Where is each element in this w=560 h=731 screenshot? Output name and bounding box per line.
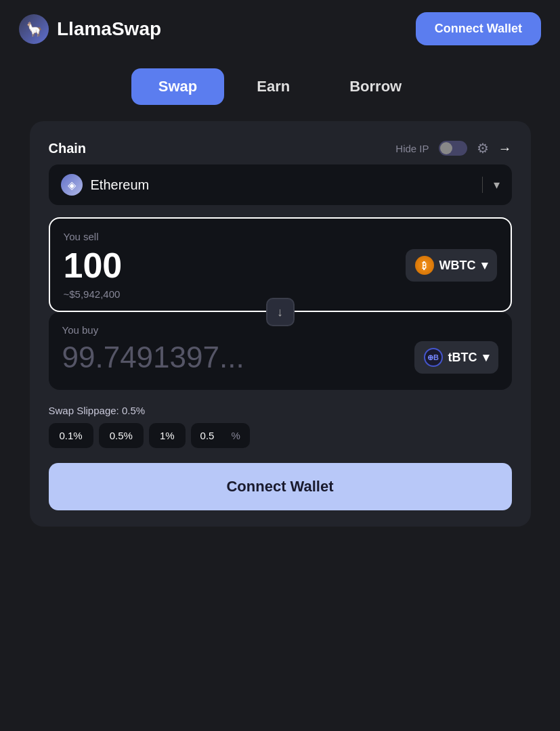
slippage-section: Swap Slippage: 0.5% 0.1% 0.5% 1% % <box>49 405 512 448</box>
buy-amount: 99.7491397... <box>62 342 244 372</box>
logo-text: LlamaSwap <box>57 18 161 40</box>
chain-selector-right: ▾ <box>482 177 500 193</box>
tab-borrow[interactable]: Borrow <box>322 68 429 105</box>
wbtc-icon: ₿ <box>415 256 434 275</box>
sell-token-name: WBTC <box>439 259 476 273</box>
chain-selector-left: ◈ Ethereum <box>61 174 150 196</box>
slippage-custom-input[interactable] <box>200 430 228 441</box>
chain-label: Chain <box>49 141 87 156</box>
sell-token-chevron-icon: ▾ <box>481 258 488 273</box>
buy-row: 99.7491397... ⊕B tBTC ▾ <box>62 341 498 374</box>
hide-ip-toggle[interactable] <box>439 141 467 156</box>
slippage-options: 0.1% 0.5% 1% % <box>49 423 512 448</box>
connect-wallet-header-button[interactable]: Connect Wallet <box>416 12 541 45</box>
logo-icon: 🦙 <box>19 14 49 44</box>
buy-token-name: tBTC <box>448 351 477 365</box>
chain-selector[interactable]: ◈ Ethereum ▾ <box>49 164 512 205</box>
gear-icon[interactable]: ⚙ <box>477 140 489 156</box>
slippage-pct-symbol: % <box>232 430 240 441</box>
sell-token-selector[interactable]: ₿ WBTC ▾ <box>406 249 497 282</box>
buy-token-chevron-icon: ▾ <box>483 350 489 365</box>
main-card: Chain Hide IP ⚙ → ◈ Ethereum ▾ You sell … <box>30 121 531 527</box>
slippage-option-0-1[interactable]: 0.1% <box>49 423 93 448</box>
ethereum-icon: ◈ <box>61 174 83 196</box>
chain-chevron-down-icon: ▾ <box>494 177 500 192</box>
buy-token-selector[interactable]: ⊕B tBTC ▾ <box>414 341 498 374</box>
arrow-right-icon[interactable]: → <box>498 141 512 156</box>
swap-direction-button[interactable]: ↓ <box>266 298 295 326</box>
tab-swap[interactable]: Swap <box>131 68 224 105</box>
sell-amount[interactable]: 100 <box>64 248 123 283</box>
nav-tabs: Swap Earn Borrow <box>131 68 429 105</box>
header: 🦙 LlamaSwap Connect Wallet <box>0 0 560 58</box>
slippage-label: Swap Slippage: 0.5% <box>49 405 512 416</box>
slippage-custom-input-group: % <box>191 423 250 448</box>
tbtc-icon: ⊕B <box>424 348 443 367</box>
chain-name: Ethereum <box>91 177 150 193</box>
sell-label: You sell <box>64 231 497 242</box>
logo-group: 🦙 LlamaSwap <box>19 14 161 44</box>
chain-header: Chain Hide IP ⚙ → <box>49 140 512 156</box>
connect-wallet-bottom-button[interactable]: Connect Wallet <box>49 463 512 510</box>
tab-earn[interactable]: Earn <box>230 68 317 105</box>
slippage-option-0-5[interactable]: 0.5% <box>99 423 144 448</box>
sell-row: 100 ₿ WBTC ▾ <box>64 248 497 283</box>
slippage-option-1[interactable]: 1% <box>149 423 186 448</box>
hide-ip-label: Hide IP <box>395 143 429 154</box>
chain-divider <box>482 177 483 193</box>
chain-controls: Hide IP ⚙ → <box>395 140 511 156</box>
